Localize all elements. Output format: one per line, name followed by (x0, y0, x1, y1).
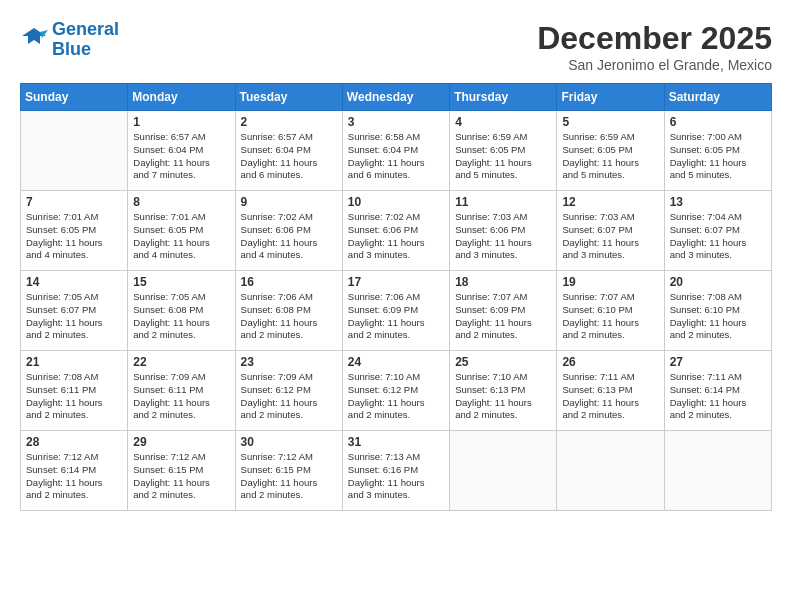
calendar-cell: 15Sunrise: 7:05 AM Sunset: 6:08 PM Dayli… (128, 271, 235, 351)
day-number: 1 (133, 115, 229, 129)
calendar-header: SundayMondayTuesdayWednesdayThursdayFrid… (21, 84, 772, 111)
day-info: Sunrise: 7:02 AM Sunset: 6:06 PM Dayligh… (348, 211, 444, 262)
day-number: 24 (348, 355, 444, 369)
day-info: Sunrise: 7:12 AM Sunset: 6:14 PM Dayligh… (26, 451, 122, 502)
calendar-cell: 9Sunrise: 7:02 AM Sunset: 6:06 PM Daylig… (235, 191, 342, 271)
day-number: 23 (241, 355, 337, 369)
day-number: 21 (26, 355, 122, 369)
calendar-cell: 18Sunrise: 7:07 AM Sunset: 6:09 PM Dayli… (450, 271, 557, 351)
day-info: Sunrise: 7:12 AM Sunset: 6:15 PM Dayligh… (133, 451, 229, 502)
title-block: December 2025 San Jeronimo el Grande, Me… (537, 20, 772, 73)
day-info: Sunrise: 7:10 AM Sunset: 6:12 PM Dayligh… (348, 371, 444, 422)
day-number: 4 (455, 115, 551, 129)
day-number: 7 (26, 195, 122, 209)
day-info: Sunrise: 6:58 AM Sunset: 6:04 PM Dayligh… (348, 131, 444, 182)
weekday-header: Monday (128, 84, 235, 111)
day-number: 18 (455, 275, 551, 289)
day-number: 20 (670, 275, 766, 289)
calendar-cell: 10Sunrise: 7:02 AM Sunset: 6:06 PM Dayli… (342, 191, 449, 271)
page-header: General Blue December 2025 San Jeronimo … (20, 20, 772, 73)
logo-text: General Blue (52, 20, 119, 60)
day-info: Sunrise: 7:09 AM Sunset: 6:11 PM Dayligh… (133, 371, 229, 422)
calendar-cell: 25Sunrise: 7:10 AM Sunset: 6:13 PM Dayli… (450, 351, 557, 431)
calendar-cell: 5Sunrise: 6:59 AM Sunset: 6:05 PM Daylig… (557, 111, 664, 191)
day-number: 19 (562, 275, 658, 289)
day-number: 17 (348, 275, 444, 289)
day-number: 14 (26, 275, 122, 289)
day-number: 22 (133, 355, 229, 369)
weekday-header: Thursday (450, 84, 557, 111)
day-info: Sunrise: 7:00 AM Sunset: 6:05 PM Dayligh… (670, 131, 766, 182)
day-info: Sunrise: 6:59 AM Sunset: 6:05 PM Dayligh… (562, 131, 658, 182)
day-number: 8 (133, 195, 229, 209)
weekday-header: Wednesday (342, 84, 449, 111)
calendar-cell: 14Sunrise: 7:05 AM Sunset: 6:07 PM Dayli… (21, 271, 128, 351)
day-info: Sunrise: 7:05 AM Sunset: 6:08 PM Dayligh… (133, 291, 229, 342)
calendar-cell: 1Sunrise: 6:57 AM Sunset: 6:04 PM Daylig… (128, 111, 235, 191)
calendar-cell: 29Sunrise: 7:12 AM Sunset: 6:15 PM Dayli… (128, 431, 235, 511)
calendar-cell: 31Sunrise: 7:13 AM Sunset: 6:16 PM Dayli… (342, 431, 449, 511)
calendar-cell: 12Sunrise: 7:03 AM Sunset: 6:07 PM Dayli… (557, 191, 664, 271)
weekday-header: Tuesday (235, 84, 342, 111)
day-number: 13 (670, 195, 766, 209)
calendar-cell: 26Sunrise: 7:11 AM Sunset: 6:13 PM Dayli… (557, 351, 664, 431)
calendar-week-row: 7Sunrise: 7:01 AM Sunset: 6:05 PM Daylig… (21, 191, 772, 271)
day-info: Sunrise: 7:12 AM Sunset: 6:15 PM Dayligh… (241, 451, 337, 502)
logo-icon (20, 26, 48, 54)
calendar-cell: 24Sunrise: 7:10 AM Sunset: 6:12 PM Dayli… (342, 351, 449, 431)
day-info: Sunrise: 7:01 AM Sunset: 6:05 PM Dayligh… (133, 211, 229, 262)
calendar-cell: 2Sunrise: 6:57 AM Sunset: 6:04 PM Daylig… (235, 111, 342, 191)
day-number: 11 (455, 195, 551, 209)
day-info: Sunrise: 7:06 AM Sunset: 6:08 PM Dayligh… (241, 291, 337, 342)
day-info: Sunrise: 7:03 AM Sunset: 6:07 PM Dayligh… (562, 211, 658, 262)
day-number: 9 (241, 195, 337, 209)
day-info: Sunrise: 7:10 AM Sunset: 6:13 PM Dayligh… (455, 371, 551, 422)
day-info: Sunrise: 6:57 AM Sunset: 6:04 PM Dayligh… (241, 131, 337, 182)
calendar-cell: 6Sunrise: 7:00 AM Sunset: 6:05 PM Daylig… (664, 111, 771, 191)
day-info: Sunrise: 7:05 AM Sunset: 6:07 PM Dayligh… (26, 291, 122, 342)
calendar-cell (450, 431, 557, 511)
day-info: Sunrise: 7:07 AM Sunset: 6:10 PM Dayligh… (562, 291, 658, 342)
calendar-cell: 19Sunrise: 7:07 AM Sunset: 6:10 PM Dayli… (557, 271, 664, 351)
calendar-cell (557, 431, 664, 511)
weekday-header: Sunday (21, 84, 128, 111)
svg-marker-1 (40, 30, 48, 38)
day-number: 15 (133, 275, 229, 289)
calendar-cell: 28Sunrise: 7:12 AM Sunset: 6:14 PM Dayli… (21, 431, 128, 511)
calendar-cell (21, 111, 128, 191)
day-number: 25 (455, 355, 551, 369)
day-info: Sunrise: 6:59 AM Sunset: 6:05 PM Dayligh… (455, 131, 551, 182)
logo: General Blue (20, 20, 119, 60)
day-info: Sunrise: 7:11 AM Sunset: 6:14 PM Dayligh… (670, 371, 766, 422)
calendar-week-row: 21Sunrise: 7:08 AM Sunset: 6:11 PM Dayli… (21, 351, 772, 431)
day-number: 29 (133, 435, 229, 449)
day-info: Sunrise: 7:08 AM Sunset: 6:10 PM Dayligh… (670, 291, 766, 342)
calendar-cell: 8Sunrise: 7:01 AM Sunset: 6:05 PM Daylig… (128, 191, 235, 271)
calendar-week-row: 28Sunrise: 7:12 AM Sunset: 6:14 PM Dayli… (21, 431, 772, 511)
day-info: Sunrise: 7:01 AM Sunset: 6:05 PM Dayligh… (26, 211, 122, 262)
day-info: Sunrise: 7:02 AM Sunset: 6:06 PM Dayligh… (241, 211, 337, 262)
calendar-table: SundayMondayTuesdayWednesdayThursdayFrid… (20, 83, 772, 511)
month-title: December 2025 (537, 20, 772, 57)
calendar-cell: 13Sunrise: 7:04 AM Sunset: 6:07 PM Dayli… (664, 191, 771, 271)
day-info: Sunrise: 7:11 AM Sunset: 6:13 PM Dayligh… (562, 371, 658, 422)
day-number: 26 (562, 355, 658, 369)
calendar-week-row: 1Sunrise: 6:57 AM Sunset: 6:04 PM Daylig… (21, 111, 772, 191)
calendar-cell (664, 431, 771, 511)
day-info: Sunrise: 7:07 AM Sunset: 6:09 PM Dayligh… (455, 291, 551, 342)
day-number: 3 (348, 115, 444, 129)
day-info: Sunrise: 6:57 AM Sunset: 6:04 PM Dayligh… (133, 131, 229, 182)
day-info: Sunrise: 7:03 AM Sunset: 6:06 PM Dayligh… (455, 211, 551, 262)
day-number: 31 (348, 435, 444, 449)
calendar-cell: 7Sunrise: 7:01 AM Sunset: 6:05 PM Daylig… (21, 191, 128, 271)
day-number: 28 (26, 435, 122, 449)
day-info: Sunrise: 7:06 AM Sunset: 6:09 PM Dayligh… (348, 291, 444, 342)
calendar-cell: 4Sunrise: 6:59 AM Sunset: 6:05 PM Daylig… (450, 111, 557, 191)
day-info: Sunrise: 7:09 AM Sunset: 6:12 PM Dayligh… (241, 371, 337, 422)
calendar-cell: 23Sunrise: 7:09 AM Sunset: 6:12 PM Dayli… (235, 351, 342, 431)
day-info: Sunrise: 7:04 AM Sunset: 6:07 PM Dayligh… (670, 211, 766, 262)
day-info: Sunrise: 7:08 AM Sunset: 6:11 PM Dayligh… (26, 371, 122, 422)
calendar-cell: 27Sunrise: 7:11 AM Sunset: 6:14 PM Dayli… (664, 351, 771, 431)
calendar-cell: 17Sunrise: 7:06 AM Sunset: 6:09 PM Dayli… (342, 271, 449, 351)
calendar-cell: 11Sunrise: 7:03 AM Sunset: 6:06 PM Dayli… (450, 191, 557, 271)
